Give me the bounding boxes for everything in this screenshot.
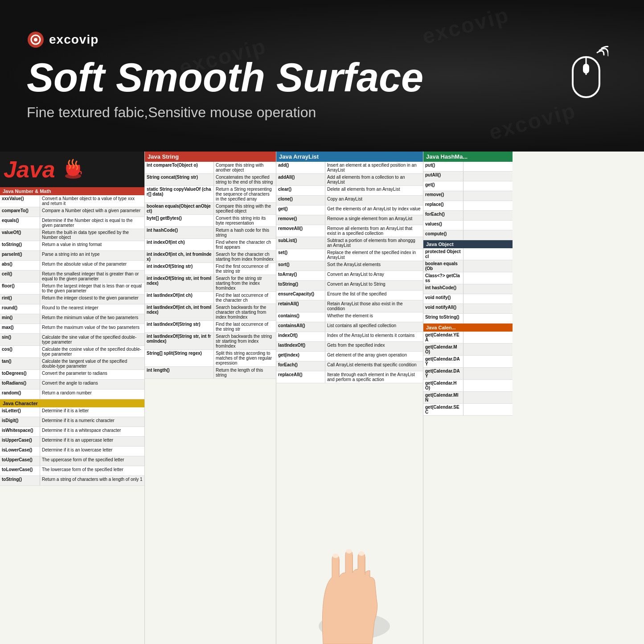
table-row: clear()Delete all elements from an Array… — [276, 186, 423, 196]
method-name: remove() — [276, 215, 325, 225]
method-desc: Index of the ArrayList to elements it co… — [325, 332, 423, 341]
method-name: get(Calendar.DAY — [423, 368, 464, 379]
table-row: equals()Determine if the Number object i… — [0, 217, 144, 229]
method-desc: Determine if it is a letter — [40, 407, 144, 417]
method-desc — [464, 332, 513, 343]
method-desc: Find where the character ch first appear… — [214, 239, 276, 250]
java-hashmap-table: put()putAll()get()remove()replace()forEa… — [423, 162, 513, 240]
table-row: toDegrees()Convert the parameter to radi… — [0, 370, 144, 380]
java-number-header: Java Number & Math — [0, 187, 144, 195]
method-desc: Subtract a portion of elements from ahon… — [325, 237, 423, 249]
table-row: int compareTo(Object o)Compare this stri… — [145, 162, 276, 174]
table-row: put() — [423, 162, 513, 172]
method-name: get(Calendar.DAY — [423, 356, 464, 367]
method-desc: Return the smallest integer that is grea… — [40, 271, 144, 282]
table-row: addAll()Add all elements from a collecti… — [276, 174, 423, 186]
method-name: sort() — [276, 261, 325, 271]
table-row: int indexOf(String str)Find the first oc… — [145, 263, 276, 275]
method-name: int hashCode() — [145, 227, 214, 238]
method-name: round() — [0, 304, 40, 314]
table-row: indexOf()Index of the ArrayList to eleme… — [276, 332, 423, 342]
method-name: clear() — [276, 186, 325, 195]
method-name: set() — [276, 249, 325, 261]
method-name: int hashCode() — [423, 284, 464, 294]
method-name: ceil() — [0, 271, 40, 282]
table-row: add()Insert an element at a specified po… — [276, 162, 423, 174]
table-row: int indexOf(int ch)Find where the charac… — [145, 239, 276, 251]
table-row: tan()Calculate the tangent value of the … — [0, 358, 144, 370]
java-calendar-table: get(Calendar.YEAget(Calendar.MO)get(Cale… — [423, 332, 513, 416]
method-desc: Return the absolute value of the paramet… — [40, 261, 144, 270]
method-name: contains() — [276, 312, 325, 322]
method-desc: Compare a Number object with a given par… — [40, 207, 144, 217]
method-desc — [464, 404, 513, 415]
arraylist-column: Java ArrayList add()Insert an element at… — [276, 152, 423, 644]
java-number-table: xxxValue()Convert a Number object to a v… — [0, 195, 144, 399]
method-name: put() — [423, 162, 464, 171]
method-desc: Return a value in string format — [40, 241, 144, 250]
arraylist-header: Java ArrayList — [276, 152, 423, 162]
method-desc: Get element of the array given operation — [325, 352, 423, 361]
method-name: compareTo() — [0, 207, 40, 217]
method-desc: Retain ArrayList those also exist in the… — [325, 300, 423, 312]
table-row: get(Calendar.HO) — [423, 380, 513, 392]
method-desc — [464, 230, 513, 240]
method-desc: Calculate the sine value of the specifie… — [40, 334, 144, 345]
method-desc: Delete all elements from an ArrayList — [325, 186, 423, 195]
table-row: putAll() — [423, 172, 513, 181]
table-row: get(Calendar.YEA — [423, 332, 513, 344]
logo-row: excovip — [27, 31, 617, 49]
method-desc — [464, 211, 513, 220]
method-desc — [464, 368, 513, 379]
table-row: int hashCode() — [423, 284, 513, 294]
method-desc: Iterate through each element in the Arra… — [325, 371, 423, 383]
method-desc: Convert the angle to radians — [40, 380, 144, 389]
table-row: remove() — [423, 191, 513, 201]
method-name: boolean equals(Object anObject) — [145, 203, 214, 214]
method-desc — [464, 392, 513, 403]
method-desc: Ensure the list of the specified — [325, 291, 423, 300]
table-row: cos()Calculate the cosine value of the s… — [0, 346, 144, 358]
method-name: isDigit() — [0, 417, 40, 427]
brand-icon — [27, 31, 45, 49]
method-desc: Search backwards the string str starting… — [214, 333, 276, 349]
table-row: get(index)Get element of the array given… — [276, 352, 423, 361]
table-row: sin()Calculate the sine value of the spe… — [0, 334, 144, 346]
hashmap-header: Java HashMa... — [423, 152, 513, 162]
method-desc: Return a String representing the sequenc… — [214, 186, 276, 202]
table-row: toLowerCase()The lowercase form of the s… — [0, 466, 144, 476]
table-row: floor()Return the largest integer that i… — [0, 283, 144, 295]
method-desc: Return the built-in data type specified … — [40, 229, 144, 241]
cheat-sheet: Java Java Number & Math xxxValue()Conver… — [0, 152, 644, 644]
method-desc: Compare this string with the specified o… — [214, 203, 276, 214]
method-desc — [464, 356, 513, 367]
table-row: toRadians()Convert the angle to radians — [0, 380, 144, 390]
method-name: subList() — [276, 237, 325, 249]
table-row: replaceAll()Iterate through each element… — [276, 371, 423, 383]
method-name: cos() — [0, 346, 40, 357]
string-column: Java String int compareTo(Object o)Compa… — [145, 152, 276, 644]
method-desc — [464, 172, 513, 181]
method-name: parseInt() — [0, 251, 40, 260]
table-row: int lastIndexOf(int ch, int fromIndex)Se… — [145, 304, 276, 321]
method-name: toString() — [0, 476, 40, 485]
method-name: get(Calendar.MIN — [423, 392, 464, 403]
method-name: get(index) — [276, 352, 325, 361]
method-name: add() — [276, 162, 325, 173]
method-name: indexOf() — [276, 332, 325, 341]
table-row: clone()Copy an ArrayList — [276, 196, 423, 205]
method-name: isLetter() — [0, 407, 40, 417]
table-row: max()Return the maximum value of the two… — [0, 324, 144, 334]
table-row: boolean equals(Object anObject)Compare t… — [145, 203, 276, 215]
table-row: int lastIndexOf(String str)Find the last… — [145, 321, 276, 333]
method-name: forEach() — [423, 211, 464, 220]
method-desc: Sort the ArrayList elements — [325, 261, 423, 271]
method-name: int indexOf(String str, int fromIndex) — [145, 275, 214, 291]
table-row: int lastIndexOf(String str, int fromInde… — [145, 333, 276, 350]
method-name: toUpperCase() — [0, 456, 40, 466]
table-row: subList()Subtract a portion of elements … — [276, 237, 423, 249]
method-name: get(Calendar.MO) — [423, 344, 464, 355]
method-desc: Find the first occurrence of the string … — [214, 263, 276, 275]
table-row: rint()Return the integer closest to the … — [0, 295, 144, 304]
method-name: get(Calendar.SEC — [423, 404, 464, 415]
